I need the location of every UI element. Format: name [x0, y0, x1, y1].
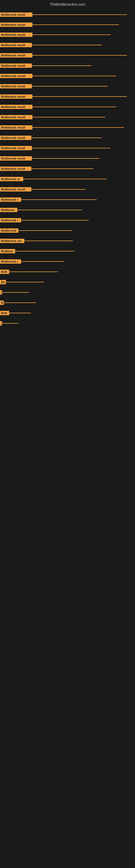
- bar-label: Bottleneck result: [0, 166, 31, 171]
- bar-item: |: [0, 290, 29, 294]
- bar-line: [17, 210, 82, 210]
- bar-line: [32, 55, 127, 56]
- bar-label: Bottleneck result: [0, 63, 32, 68]
- bar-line: [32, 76, 116, 76]
- bar-line: [32, 45, 102, 45]
- bar-label: Bottleneck result: [0, 94, 32, 99]
- bar-label: Bottleneck result: [0, 125, 32, 130]
- bar-label: |: [0, 321, 2, 326]
- bar-label: Bott: [0, 311, 9, 315]
- bar-item: B: [0, 301, 36, 305]
- bar-item: Bottleneck result: [0, 94, 127, 99]
- bar-line: [21, 220, 89, 220]
- bar-line: [21, 261, 64, 262]
- bar-item: Bottleneck: [0, 228, 72, 233]
- bar-line: [31, 137, 101, 138]
- bar-line: [32, 14, 127, 15]
- bar-line: [32, 148, 110, 148]
- bar-line: [32, 127, 124, 128]
- bar-label: Bottleneck result: [0, 43, 32, 47]
- bar-item: Bottleneck result: [0, 135, 101, 140]
- bar-item: Bottlenec: [0, 208, 82, 212]
- bar-label: Bottleneck result: [0, 74, 32, 78]
- bar-line: [15, 251, 75, 251]
- bar-item: Bottleneck result: [0, 187, 85, 191]
- bar-label: Bottleneck res: [0, 239, 24, 243]
- bar-line: [2, 323, 18, 323]
- bar-item: Bottleneck r: [0, 218, 89, 222]
- site-title: TheBottlenecker.com: [0, 0, 135, 8]
- bar-item: Bottleneck result: [0, 33, 111, 37]
- bar-line: [18, 230, 72, 231]
- bar-line: [21, 199, 97, 200]
- bar-item: Bottleneck res: [0, 239, 73, 243]
- bar-item: Bottlene: [0, 249, 75, 253]
- bar-label: Bottleneck result: [0, 84, 32, 88]
- bar-item: Bottleneck result: [0, 74, 116, 78]
- bar-line: [24, 241, 73, 241]
- bar-line: [2, 292, 29, 293]
- bar-label: Bottleneck result: [0, 187, 31, 191]
- bar-line: [4, 303, 36, 303]
- bar-item: Bo: [0, 280, 44, 284]
- bar-item: Bottleneck result: [0, 23, 119, 27]
- bar-item: Bott: [0, 270, 58, 274]
- bar-item: Bottleneck r: [0, 197, 97, 202]
- bar-label: Bo: [0, 280, 6, 284]
- bar-item: Bottleneck result: [0, 53, 127, 58]
- bar-item: Bottleneck result: [0, 43, 102, 47]
- bar-line: [31, 189, 85, 190]
- bar-item: Bottleneck result: [0, 84, 107, 88]
- bar-item: Bottleneck result: [0, 63, 91, 68]
- bar-item: Bottleneck result: [0, 156, 99, 161]
- bar-line: [32, 34, 111, 35]
- bar-label: Bottleneck result: [0, 135, 31, 140]
- bar-line: [32, 158, 99, 159]
- bar-line: [32, 96, 127, 97]
- bar-label: Bottleneck result: [0, 105, 32, 109]
- bar-item: Bott: [0, 311, 31, 315]
- bar-line: [32, 117, 105, 118]
- bar-line: [32, 106, 116, 107]
- bar-line: [32, 86, 107, 87]
- bar-item: Bottleneck re: [0, 177, 107, 181]
- bar-item: Bottleneck result: [0, 12, 127, 17]
- bar-label: Bottleneck re: [0, 177, 23, 181]
- bar-label: Bottleneck: [0, 228, 18, 233]
- bar-label: Bottleneck result: [0, 146, 32, 150]
- bar-item: Bottleneck result: [0, 125, 124, 130]
- bar-label: Bottleneck r: [0, 218, 21, 222]
- bar-label: |: [0, 290, 2, 294]
- bar-label: Bottleneck result: [0, 53, 32, 58]
- bar-label: B: [0, 301, 4, 305]
- bar-line: [9, 313, 31, 313]
- bar-label: Bottleneck result: [0, 23, 32, 27]
- bar-line: [32, 24, 119, 25]
- bar-label: Bottleneck r: [0, 197, 21, 202]
- bar-item: Bottleneck result: [0, 166, 93, 171]
- bar-item: Bottleneck r: [0, 259, 64, 264]
- bar-line: [6, 282, 44, 282]
- bar-item: |: [0, 321, 18, 326]
- bar-label: Bottleneck result: [0, 115, 32, 119]
- bar-line: [23, 179, 107, 179]
- bar-line: [31, 168, 93, 169]
- bar-line: [32, 65, 91, 66]
- bar-label: Bottleneck result: [0, 12, 32, 17]
- bar-label: Bottlenec: [0, 208, 17, 212]
- bar-label: Bottleneck result: [0, 156, 32, 161]
- bar-line: [9, 272, 58, 272]
- bar-item: Bottleneck result: [0, 146, 110, 150]
- bar-item: Bottleneck result: [0, 105, 116, 109]
- bar-label: Bottleneck r: [0, 259, 21, 264]
- bar-label: Bottlene: [0, 249, 15, 253]
- chart-area: Bottleneck resultBottleneck resultBottle…: [0, 8, 135, 862]
- bar-item: Bottleneck result: [0, 115, 105, 119]
- bar-label: Bott: [0, 270, 9, 274]
- bar-label: Bottleneck result: [0, 33, 32, 37]
